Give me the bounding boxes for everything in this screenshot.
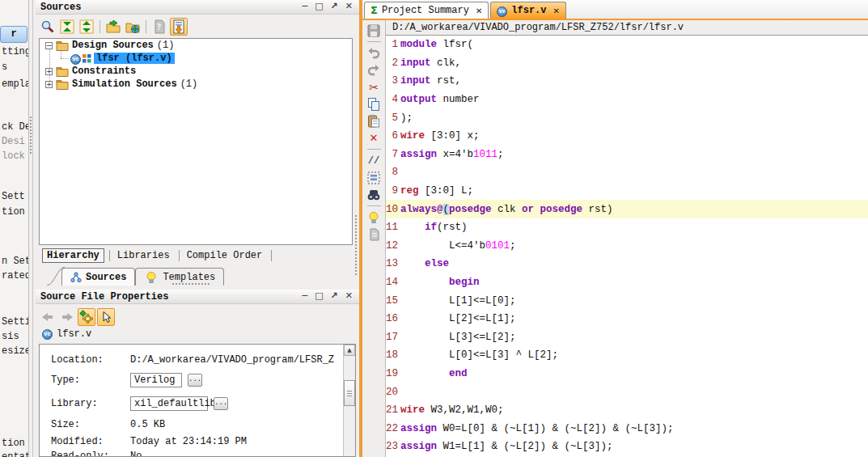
flow-navigator-item[interactable]: tting [2,46,29,57]
flow-navigator-item[interactable]: rated [2,270,29,281]
view-tab-compile-order[interactable]: Compile Order [183,249,267,262]
properties-scrollbar[interactable]: ▲ [343,345,355,457]
property-row-read-only: Read-only:No [51,451,142,457]
code-text: wire [3:0] x; [400,130,480,142]
source-file-properties-panel: Source File Properties ─□↗✕ ve lfsr.v Lo… [36,290,359,457]
delete-icon[interactable]: ✕ [366,129,383,146]
code-line-17: 17 L[3]<=L[2]; [386,328,868,347]
bottom-tab-sources[interactable]: Sources [61,268,135,286]
tree-item-constraints[interactable]: +Constraints [40,65,352,78]
expand-all-icon[interactable] [78,18,95,36]
float-icon[interactable]: ↗ [331,1,338,11]
minimize-icon[interactable]: ─ [303,1,308,11]
collapse-all-icon[interactable] [58,18,76,36]
editor-splitter-handle[interactable] [354,214,358,276]
expander-collapse-icon[interactable]: − [45,42,53,49]
search-icon[interactable] [39,18,57,36]
flow-navigator-item[interactable]: lock [2,150,25,162]
flow-navigator-item[interactable]: Desi [2,136,25,147]
code-line-10: 10always@(posedge clk or posedge rst) [386,200,868,218]
line-number: 20 [386,387,400,398]
tree-item-simulation[interactable]: +Simulation Sources(1) [40,78,352,91]
float-icon[interactable]: ↗ [331,290,338,301]
scroll-to-selected-icon[interactable] [170,18,188,36]
close-tab-icon[interactable]: ✕ [553,6,560,15]
tree-item-design[interactable]: −Design Sources(1) [40,39,352,52]
line-number: 6 [386,130,400,142]
sources-panel: Sources ─□↗✕ ? −Design Sources(1)velfsr … [36,0,359,286]
bottom-tab-label: Sources [86,272,126,283]
flow-navigator-item[interactable]: n Set [2,256,29,267]
forward-icon[interactable] [58,308,76,326]
edit-properties-icon[interactable] [78,308,95,326]
flow-navigator-selected-item[interactable]: r [0,26,28,43]
flow-navigator-item[interactable]: esize [2,345,29,357]
expander-expand-icon[interactable]: + [45,81,53,88]
flow-navigator-item[interactable]: Sett [2,191,25,202]
flow-navigator-item[interactable]: tion S [2,438,29,449]
sources-tree[interactable]: −Design Sources(1)velfsr (lfsr.v)+Constr… [39,38,353,245]
column-select-icon[interactable] [366,169,383,186]
flow-navigator-item[interactable]: ck De [2,121,29,133]
sigma-icon: Σ [370,4,378,17]
code-text: assign x=4'b1011; [400,149,504,160]
view-tab-hierarchy[interactable]: Hierarchy [42,248,104,263]
add-sources-icon[interactable] [124,18,142,36]
more-options-button[interactable]: ... [214,397,228,410]
close-icon[interactable]: ✕ [345,1,353,11]
tree-item-count: (1) [157,40,175,51]
toolbar-divider [367,205,381,206]
maximize-icon[interactable]: □ [315,1,323,11]
paste-icon[interactable] [366,112,383,129]
property-field[interactable]: Verilog [130,373,182,387]
line-number: 18 [386,349,400,361]
horizontal-splitter-handle[interactable] [171,282,210,286]
redo-icon[interactable] [366,61,383,78]
back-icon[interactable] [39,308,57,326]
flow-navigator-item[interactable]: entat [2,451,29,457]
flow-navigator-item[interactable]: s [2,61,7,73]
tree-item-lfsr[interactable]: velfsr (lfsr.v) [40,52,352,65]
properties-file-row: ve lfsr.v [42,328,91,340]
insert-template-icon[interactable] [366,226,383,243]
property-value: No [130,451,142,457]
close-icon[interactable]: ✕ [345,290,353,301]
scroll-up-icon[interactable]: ▲ [344,345,355,356]
flow-navigator-item[interactable]: sis [2,331,19,342]
property-field[interactable]: xil_defaultlib [130,396,208,411]
copy-icon[interactable] [366,95,383,112]
language-templates-icon[interactable] [366,209,383,226]
code-line-1: 1module lfsr( [386,36,868,54]
toolbar-divider [100,20,100,33]
flow-navigator-item[interactable]: empla [2,78,29,90]
tree-item-label: Design Sources [72,40,154,51]
tab-separator [271,250,272,261]
line-number: 2 [386,57,400,69]
help-icon[interactable]: ? [150,18,168,36]
verilog-file-icon: ve [70,53,81,65]
editor-tab-project-summary[interactable]: ΣProject Summary✕ [364,2,489,19]
code-text: L[2]<=L[1]; [400,313,516,324]
code-line-15: 15 L[1]<=L[0]; [386,291,868,310]
undo-icon[interactable] [366,44,383,61]
save-icon[interactable] [366,22,383,39]
find-replace-icon[interactable] [366,186,383,203]
maximize-icon[interactable]: □ [315,290,323,301]
view-tab-libraries[interactable]: Libraries [113,249,174,262]
toggle-comment-icon[interactable]: // [366,152,383,169]
open-folder-icon[interactable] [104,18,122,36]
code-text: module lfsr( [400,39,473,50]
flow-navigator-item[interactable]: tion [2,206,25,218]
editor-tab-lfsr-v[interactable]: velfsr.v✕ [490,2,566,19]
scrollbar-thumb[interactable] [344,380,355,406]
minimize-icon[interactable]: ─ [303,290,308,301]
flow-navigator-item[interactable]: Setti [2,316,29,328]
code-editor[interactable]: 1module lfsr(2input clk,3input rst,4outp… [386,36,868,457]
property-row-library: Library:xil_defaultlib... [51,396,228,411]
select-cursor-icon[interactable] [97,308,115,326]
more-options-button[interactable]: ... [188,374,202,387]
close-tab-icon[interactable]: ✕ [476,6,482,15]
line-number: 1 [386,39,400,50]
cut-icon[interactable]: ✂ [366,78,383,95]
expander-expand-icon[interactable]: + [45,68,53,75]
